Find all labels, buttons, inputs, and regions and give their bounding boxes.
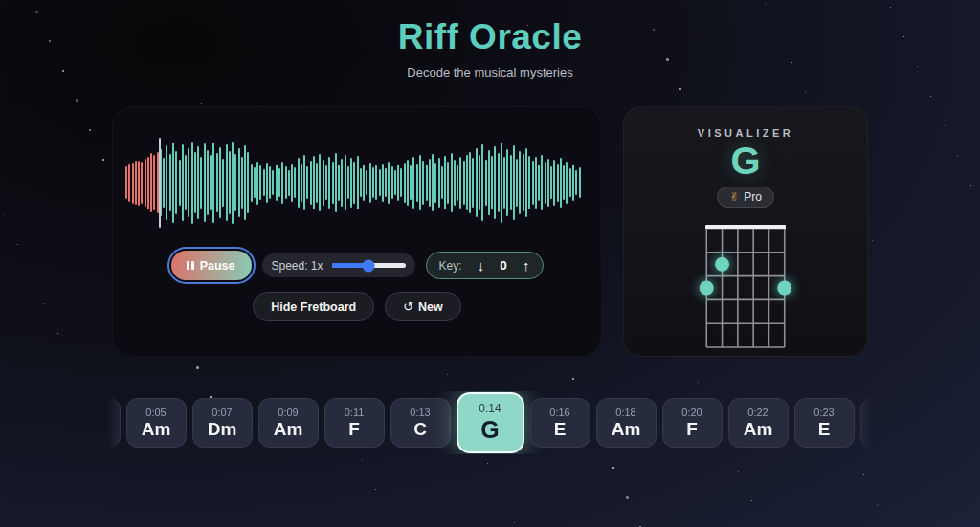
key-label: Key: — [439, 259, 462, 273]
star — [612, 467, 614, 469]
new-button[interactable]: ↺ New — [385, 292, 461, 321]
chip-chord: Am — [274, 419, 303, 440]
chip-chord: E — [554, 419, 567, 440]
waveform-bar — [313, 156, 315, 209]
waveform-bar — [335, 153, 337, 212]
waveform-bar — [197, 146, 199, 219]
chip-time: 0:11 — [345, 406, 365, 418]
waveform-bar — [266, 163, 268, 203]
waveform-bar — [332, 162, 334, 204]
waveform-bar — [523, 154, 524, 211]
speed-label: Speed: 1x — [272, 259, 323, 273]
waveform-bar — [276, 165, 278, 201]
waveform-bar — [528, 156, 530, 209]
waveform-bar — [472, 158, 474, 208]
waveform-bar — [306, 166, 308, 199]
key-down-button[interactable]: ↓ — [478, 258, 485, 273]
chip-chord: Am — [744, 419, 773, 440]
waveform-bar — [222, 159, 224, 207]
timeline-chip[interactable]: 0:23E — [794, 398, 855, 448]
waveform-bar — [419, 155, 421, 210]
waveform-bar — [347, 166, 349, 199]
waveform-bar — [360, 168, 362, 197]
waveform-bar — [566, 162, 568, 204]
waveform-bar — [345, 155, 346, 210]
waveform-bar — [172, 143, 174, 223]
chip-chord: G — [480, 416, 499, 444]
waveform-bar — [519, 151, 521, 214]
waveform-bar — [263, 169, 265, 196]
waveform-bar — [256, 162, 258, 205]
timeline-chip[interactable]: 0:18Am — [596, 398, 657, 448]
timeline-chip[interactable]: 0:11F — [324, 398, 385, 448]
pause-button[interactable]: Pause — [171, 251, 252, 280]
star — [447, 374, 448, 375]
star — [890, 7, 891, 8]
pause-button-label: Pause — [200, 259, 235, 273]
waveform[interactable] — [125, 136, 590, 230]
waveform-bar — [278, 168, 280, 197]
timeline-chip[interactable]: 0:20F — [662, 398, 723, 448]
waveform-bar — [469, 152, 471, 213]
hide-fretboard-label: Hide Fretboard — [271, 300, 356, 314]
star — [322, 370, 323, 371]
app-header: Riff Oracle Decode the musical mysteries — [0, 17, 980, 79]
timeline-chip-partial[interactable] — [107, 398, 121, 448]
speed-slider-thumb[interactable] — [363, 259, 375, 272]
timeline-chip[interactable]: 0:16E — [530, 398, 590, 448]
waveform-bar — [281, 162, 283, 204]
waveform-bar — [429, 159, 431, 207]
waveform-bar — [535, 157, 537, 209]
star — [572, 378, 574, 380]
chip-chord: Dm — [208, 419, 237, 440]
waveform-bar — [575, 170, 577, 195]
waveform-bar — [498, 153, 500, 212]
waveform-bar — [291, 164, 293, 202]
waveform-bar — [363, 165, 365, 201]
waveform-bar — [538, 165, 540, 201]
fretboard-nut — [705, 225, 786, 229]
waveform-bar — [207, 150, 209, 215]
waveform-bar — [251, 164, 253, 202]
speed-slider[interactable] — [332, 263, 406, 268]
timeline-chip[interactable]: 0:07Dm — [192, 398, 253, 448]
waveform-bar — [532, 161, 534, 205]
waveform-bar — [244, 145, 246, 220]
waveform-bar — [382, 164, 384, 202]
timeline-chip[interactable]: 0:09Am — [258, 398, 319, 448]
waveform-bar — [241, 157, 243, 209]
waveform-bar — [323, 160, 324, 206]
star — [501, 493, 501, 494]
waveform-bar — [479, 155, 480, 210]
waveform-bar — [563, 165, 565, 200]
key-up-button[interactable]: ↑ — [523, 258, 530, 273]
waveform-bar — [301, 164, 302, 202]
waveform-bar — [191, 142, 193, 224]
waveform-bar — [166, 145, 167, 220]
waveform-bar — [481, 144, 483, 221]
timeline-chip[interactable]: 0:14G — [457, 392, 524, 453]
star — [751, 500, 752, 501]
hide-fretboard-button[interactable]: Hide Fretboard — [253, 292, 374, 321]
star — [201, 103, 202, 104]
waveform-bar — [476, 148, 478, 217]
chord-timeline[interactable]: 0:05Am0:07Dm0:09Am0:11F0:13C0:14G0:16E0:… — [107, 391, 873, 454]
timeline-chip[interactable]: 0:13C — [390, 398, 451, 448]
waveform-bar — [457, 165, 458, 201]
waveform-bar — [204, 143, 206, 222]
waveform-bar — [545, 162, 546, 204]
timeline-chip[interactable]: 0:22Am — [728, 398, 789, 448]
timeline-chip-partial[interactable] — [860, 398, 874, 448]
star — [102, 159, 104, 161]
timeline-chip[interactable]: 0:05Am — [126, 398, 187, 448]
waveform-bar — [316, 163, 318, 203]
fretboard-diagram — [705, 225, 786, 347]
waveform-bar — [441, 166, 443, 199]
playhead[interactable] — [159, 138, 161, 228]
waveform-bar — [572, 165, 574, 201]
waveform-bar — [216, 153, 218, 212]
waveform-bar — [135, 161, 137, 205]
star — [31, 274, 32, 274]
waveform-bar — [394, 170, 396, 195]
chip-time: 0:16 — [549, 406, 569, 418]
